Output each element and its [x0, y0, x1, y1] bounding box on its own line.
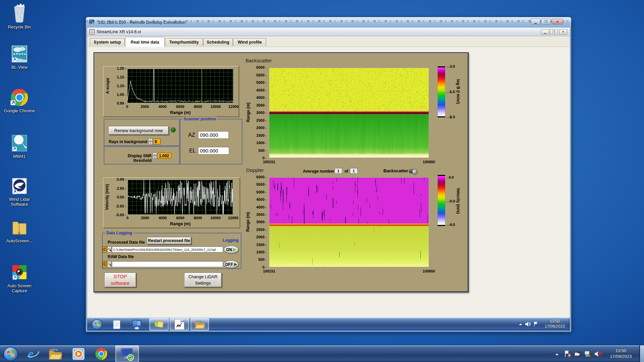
spin-up-icon[interactable]: ▲: [153, 153, 157, 156]
desktop-icon-label: AutoScreen...: [2, 238, 37, 243]
spin-down-icon[interactable]: ▼: [153, 156, 157, 159]
tab-system-setup[interactable]: System setup: [90, 38, 125, 46]
raw-path-field[interactable]: [112, 261, 223, 267]
restart-processed-file-button[interactable]: Restart processed file: [147, 237, 191, 244]
background-controls-box: Renew background now Rays in background …: [104, 119, 179, 146]
el-value-field[interactable]: 090.000: [198, 147, 229, 155]
host-tray-network-icon[interactable]: [584, 350, 592, 358]
start-orb-icon: [92, 319, 103, 330]
remote-taskbar: XR: [87, 317, 570, 330]
processed-drive-badge[interactable]: C: [103, 246, 107, 252]
scanner-position-box: Scanner position AZ 090.000 EL 090.000: [180, 119, 242, 164]
show-desktop-button[interactable]: [639, 345, 644, 362]
host-taskbar-chrome[interactable]: [92, 346, 111, 362]
remote-taskbar-notepad[interactable]: [109, 318, 124, 330]
host-start-button[interactable]: [2, 346, 19, 362]
host-tray-action-center-icon[interactable]: [564, 350, 572, 358]
bl-view-icon: [10, 45, 29, 64]
vi-minimize-button[interactable]: ▁: [541, 29, 549, 35]
renew-background-button[interactable]: Renew background now: [108, 126, 169, 135]
desktop-icon-recycle-bin[interactable]: Recycle Bin: [2, 3, 37, 29]
processed-path-field[interactable]: C:\Lidar\Data\Proc\2023\202309\20230917\…: [112, 246, 223, 252]
host-clock[interactable]: 13:50 17/09/2023: [605, 348, 637, 359]
host-taskbar-explorer[interactable]: [46, 346, 65, 362]
rays-spinner[interactable]: ▲▼: [148, 138, 153, 145]
rdp-titlebar[interactable]: 192.168.0.150 - Remote Desktop Connectio…: [86, 17, 571, 27]
desktop-icon-autoscreen[interactable]: AutoScreen...: [2, 219, 37, 243]
host-taskbar-internet-explorer[interactable]: e: [23, 346, 42, 362]
spin-down-icon[interactable]: ▼: [148, 142, 153, 145]
desktop-icon-mw41[interactable]: MW41: [2, 134, 37, 159]
backscatter-toggle-label: Backscatter: [383, 168, 408, 173]
ascope-x-axis-label: Range (m): [127, 110, 233, 115]
backscatter-colorbar-label: log B (/ m/sr): [456, 65, 461, 118]
remote-tray-volume-icon[interactable]: [524, 321, 531, 327]
ascope-y-axis-label: A-scope: [105, 69, 110, 103]
remote-taskbar-sticky-notes[interactable]: [149, 318, 169, 330]
change-lidar-settings-button[interactable]: Change LiDARSettings: [184, 273, 222, 287]
remote-tray-expand-icon[interactable]: [518, 322, 523, 327]
processed-logging-on-button[interactable]: ON: [224, 246, 238, 253]
notepad-icon: [112, 319, 122, 330]
doppler-y-axis-label: Range (m): [246, 177, 250, 267]
remote-start-button[interactable]: [91, 318, 104, 330]
rdp-window-title: 192.168.0.150 - Remote Desktop Connectio…: [98, 20, 185, 25]
backscatter-x-start: 100151: [263, 160, 275, 164]
tab-real-time-data[interactable]: Real time data: [125, 37, 165, 47]
desktop-icon-label: MW41: [2, 154, 37, 159]
remote-tray-action-center-icon[interactable]: [533, 321, 539, 327]
average-number-field[interactable]: 1: [334, 168, 342, 174]
rdp-minimize-button[interactable]: ▁: [531, 19, 540, 24]
rdp-maximize-button[interactable]: ❐: [541, 19, 551, 24]
tab-wind-profile[interactable]: Wind profile: [233, 38, 266, 46]
raw-browse-icon[interactable]: [107, 261, 111, 267]
backscatter-toggle[interactable]: [409, 169, 417, 173]
raw-drive-badge[interactable]: C: [103, 261, 107, 267]
raw-logging-off-button[interactable]: OFF: [224, 260, 238, 268]
rdp-close-button[interactable]: ✕: [552, 19, 563, 24]
raw-data-file-label: RAW Data file: [108, 254, 134, 259]
desktop-icon-auto-screen-capture[interactable]: Auto Screen Capture: [2, 263, 37, 293]
average-of-field[interactable]: 1: [350, 168, 358, 174]
desktop-icon-label: Wind Lidar Software: [2, 197, 37, 207]
remote-taskbar-explorer[interactable]: [191, 318, 209, 330]
recycle-bin-icon: [10, 3, 29, 23]
velocity-x-ticks: 020004000600080001000012000: [127, 216, 233, 220]
remote-clock[interactable]: 13:50 17/09/2023: [541, 319, 569, 329]
zipped-folder-icon: [10, 219, 29, 237]
stop-software-button[interactable]: STOPsoftware: [104, 273, 136, 287]
spin-up-icon[interactable]: ▲: [148, 138, 153, 142]
host-taskbar-rdp[interactable]: [115, 345, 139, 362]
snr-value-field[interactable]: 1.002: [158, 153, 171, 159]
desktop-icon-label: Recycle Bin: [2, 24, 37, 29]
host-tray-power-icon[interactable]: [574, 350, 582, 358]
desktop-icon-label: Auto Screen Capture: [2, 283, 37, 293]
ascope-y-ticks: 1.201.151.101.050.99: [113, 66, 126, 106]
host-tray-volume-muted-icon[interactable]: [594, 350, 602, 358]
vi-titlebar[interactable]: StreamLine XR v14-6.vi ▁ ❐ ✕: [87, 27, 570, 36]
scanner-position-title: Scanner position: [182, 117, 217, 121]
auto-screen-capture-icon: [10, 263, 29, 282]
desktop-icon-wind-lidar[interactable]: Wind Lidar Software: [2, 177, 37, 207]
labview-vi-icon: [89, 29, 95, 35]
az-value-field[interactable]: 090.000: [198, 131, 229, 139]
remote-taskbar-display-settings[interactable]: [129, 318, 144, 330]
az-label: AZ: [188, 132, 195, 138]
vi-close-button[interactable]: ✕: [559, 29, 567, 35]
host-tray-expand-icon[interactable]: [554, 352, 559, 357]
chrome-icon: [10, 88, 29, 107]
streamline-xr-icon: XR: [174, 319, 185, 330]
doppler-plot-area: [269, 177, 429, 267]
tab-temp-humidity[interactable]: Temp/humidity: [165, 38, 203, 46]
rays-value-field[interactable]: 8: [153, 139, 161, 144]
processed-browse-icon[interactable]: [107, 246, 111, 252]
backscatter-y-ticks: 6000550050004500400035003000250020001500…: [253, 65, 267, 160]
vi-restore-button[interactable]: ❐: [550, 29, 558, 35]
host-taskbar-media-player[interactable]: [69, 346, 88, 362]
desktop-icon-label: BL-View: [2, 65, 37, 70]
remote-taskbar-streamline-xr[interactable]: XR: [170, 318, 189, 330]
desktop-icon-bl-view[interactable]: BL-View: [2, 45, 37, 70]
desktop-icon-google-chrome[interactable]: Google Chrome: [2, 88, 37, 113]
snr-spinner[interactable]: ▲▼: [153, 153, 157, 159]
tab-scheduling[interactable]: Scheduling: [203, 38, 233, 46]
